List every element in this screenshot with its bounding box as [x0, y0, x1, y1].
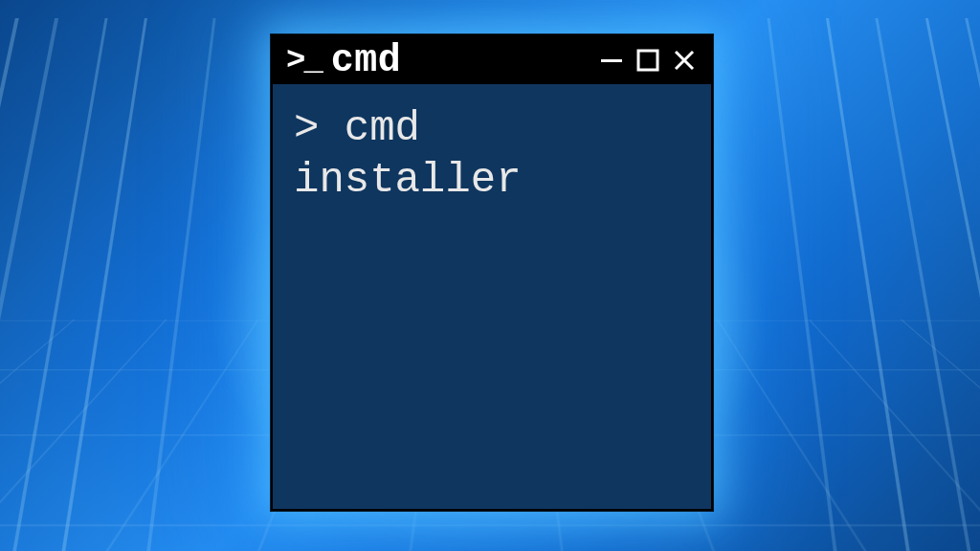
svg-rect-1	[638, 51, 657, 70]
window-controls	[598, 47, 698, 74]
window-titlebar[interactable]: >_ cmd	[273, 36, 711, 84]
prompt-symbol: >	[294, 104, 319, 152]
terminal-prompt-icon: >_	[286, 44, 322, 77]
terminal-body[interactable]: > cmd installer	[273, 84, 711, 509]
maximize-icon	[635, 48, 660, 73]
svg-rect-0	[601, 59, 622, 62]
terminal-window: >_ cmd > cmd installer	[271, 34, 713, 511]
close-button[interactable]	[671, 47, 698, 74]
command-text-line2: installer	[294, 156, 522, 204]
close-icon	[672, 48, 697, 73]
minimize-icon	[599, 48, 624, 73]
minimize-button[interactable]	[598, 47, 625, 74]
command-text-line1: cmd	[319, 104, 420, 152]
window-title: cmd	[331, 39, 589, 82]
maximize-button[interactable]	[635, 47, 661, 74]
